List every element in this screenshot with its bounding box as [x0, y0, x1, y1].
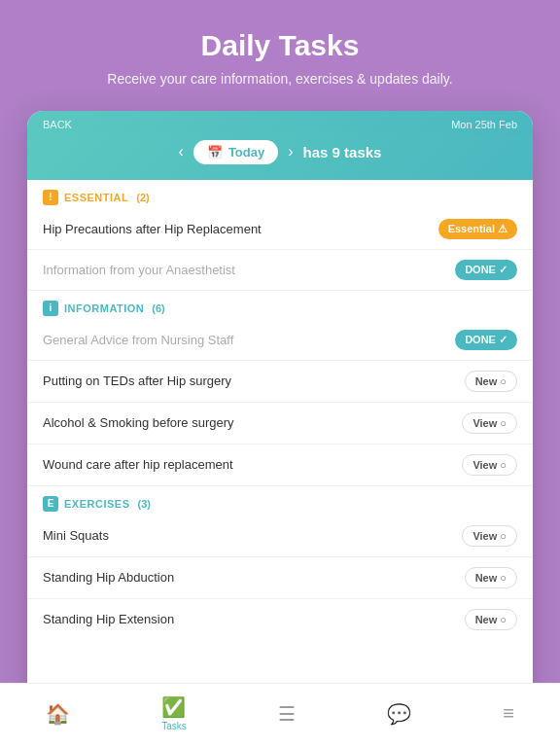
exercises-section-icon: E — [43, 496, 58, 512]
page-title: Daily Tasks — [19, 29, 541, 62]
task-row[interactable]: Putting on TEDs after Hip surgeryNew ○ — [27, 361, 533, 403]
today-button[interactable]: 📅 Today — [193, 140, 278, 164]
nav-item-messages[interactable]: 💬 — [377, 700, 421, 728]
task-name: Wound care after hip replacement — [43, 457, 452, 472]
task-name: Hip Precautions after Hip Replacement — [43, 222, 429, 236]
next-arrow[interactable]: › — [288, 143, 293, 160]
task-row[interactable]: Standing Hip ExtensionNew ○ — [27, 599, 533, 640]
task-tag-view[interactable]: View ○ — [462, 525, 517, 547]
nav-item-home[interactable]: 🏠 — [36, 700, 80, 728]
section-label-essential: ESSENTIAL — [64, 192, 128, 203]
prev-arrow[interactable]: ‹ — [179, 143, 184, 160]
task-name: Information from your Anaesthetist — [43, 263, 445, 277]
bottom-navigation: 🏠✅Tasks☰💬≡ — [0, 683, 560, 747]
task-tag-new[interactable]: New ○ — [465, 567, 517, 588]
task-tag-new[interactable]: New ○ — [465, 371, 517, 392]
date-label: Mon 25th Feb — [451, 119, 517, 130]
list-icon: ☰ — [278, 702, 296, 726]
section-header-exercises: EEXERCISES(3) — [27, 486, 533, 516]
task-name: Standing Hip Abduction — [43, 570, 455, 585]
messages-icon: 💬 — [387, 702, 411, 726]
section-header-essential: !ESSENTIAL(2) — [27, 180, 533, 209]
task-row[interactable]: Hip Precautions after Hip ReplacementEss… — [27, 209, 533, 250]
tasks-icon: ✅ — [161, 695, 186, 719]
menu-icon: ≡ — [503, 702, 514, 725]
task-row[interactable]: Alcohol & Smoking before surgeryView ○ — [27, 403, 533, 445]
nav-item-menu[interactable]: ≡ — [493, 700, 524, 727]
task-name: Mini Squats — [43, 528, 452, 543]
nav-item-list[interactable]: ☰ — [268, 700, 305, 728]
task-row[interactable]: Standing Hip AbductionNew ○ — [27, 557, 533, 599]
task-tag-view[interactable]: View ○ — [462, 454, 517, 476]
task-tag-view[interactable]: View ○ — [462, 412, 517, 434]
task-tag-done[interactable]: DONE ✓ — [455, 260, 517, 280]
task-name: General Advice from Nursing Staff — [43, 333, 445, 347]
information-section-icon: i — [43, 301, 58, 316]
section-label-exercises: EXERCISES — [64, 498, 129, 510]
main-card: BACK Mon 25th Feb ‹ 📅 Today › has 9 task… — [27, 111, 533, 747]
task-name: Standing Hip Extension — [43, 612, 455, 626]
task-row[interactable]: Mini SquatsView ○ — [27, 516, 533, 557]
page-subtitle: Receive your care information, exercises… — [19, 70, 541, 89]
task-name: Alcohol & Smoking before surgery — [43, 415, 452, 430]
task-row[interactable]: Information from your AnaesthetistDONE ✓ — [27, 250, 533, 291]
card-body: !ESSENTIAL(2)Hip Precautions after Hip R… — [27, 180, 533, 693]
section-count-exercises: (3) — [137, 498, 150, 510]
task-row[interactable]: Wound care after hip replacementView ○ — [27, 445, 533, 486]
section-label-information: INFORMATION — [64, 302, 144, 314]
calendar-icon: 📅 — [207, 145, 223, 160]
tasks-label: Tasks — [161, 721, 187, 731]
header-section: Daily Tasks Receive your care informatio… — [0, 0, 560, 99]
task-tag-done[interactable]: DONE ✓ — [455, 330, 517, 350]
task-tag-new[interactable]: New ○ — [465, 609, 517, 630]
section-header-information: iINFORMATION(6) — [27, 291, 533, 320]
home-icon: 🏠 — [46, 702, 70, 726]
section-count-information: (6) — [152, 302, 164, 314]
task-tag-essential[interactable]: Essential ⚠ — [438, 219, 517, 239]
back-button[interactable]: BACK — [43, 119, 72, 130]
date-nav-row: ‹ 📅 Today › has 9 tasks — [27, 134, 533, 180]
essential-section-icon: ! — [43, 190, 58, 205]
task-name: Putting on TEDs after Hip surgery — [43, 374, 455, 388]
section-count-essential: (2) — [136, 192, 149, 203]
task-row[interactable]: General Advice from Nursing StaffDONE ✓ — [27, 320, 533, 361]
card-topbar: BACK Mon 25th Feb — [27, 111, 533, 134]
nav-item-tasks[interactable]: ✅Tasks — [152, 694, 196, 733]
tasks-count: has 9 tasks — [303, 144, 382, 160]
today-label: Today — [228, 145, 264, 160]
